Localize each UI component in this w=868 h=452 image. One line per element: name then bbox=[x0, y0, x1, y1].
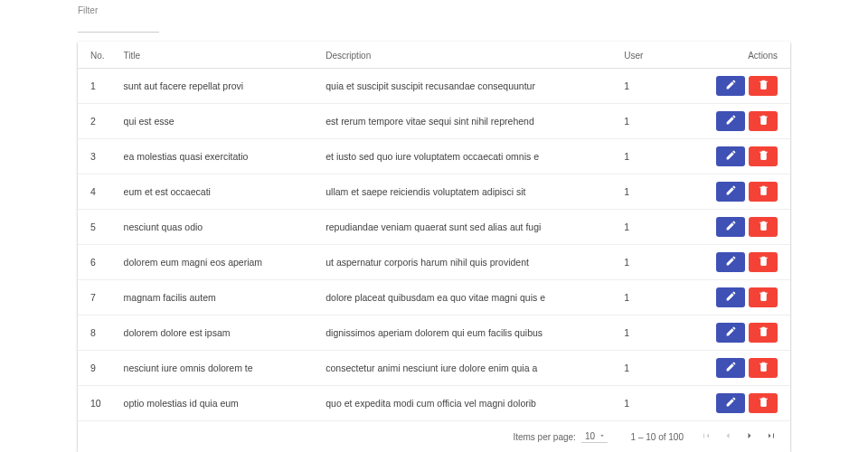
cell-no: 3 bbox=[78, 139, 117, 174]
prev-page-button[interactable] bbox=[718, 427, 738, 447]
cell-user: 1 bbox=[617, 315, 675, 351]
trash-icon bbox=[758, 79, 769, 93]
paginator-nav bbox=[696, 427, 781, 447]
edit-button[interactable] bbox=[716, 182, 745, 202]
chevron-left-icon bbox=[722, 430, 733, 444]
delete-button[interactable] bbox=[749, 323, 778, 343]
cell-title: nesciunt iure omnis dolorem te bbox=[117, 351, 319, 386]
filter-label: Filter bbox=[78, 5, 790, 15]
trash-icon bbox=[758, 325, 769, 340]
trash-icon bbox=[758, 149, 769, 164]
cell-user: 1 bbox=[617, 386, 675, 421]
cell-no: 10 bbox=[78, 386, 117, 421]
delete-button[interactable] bbox=[749, 287, 778, 307]
cell-no: 7 bbox=[78, 280, 117, 315]
last-page-icon bbox=[766, 430, 777, 444]
edit-button[interactable] bbox=[716, 111, 745, 131]
trash-icon bbox=[758, 184, 769, 199]
filter-input[interactable] bbox=[78, 17, 159, 33]
cell-desc: quo et expedita modi cum officia vel mag… bbox=[318, 386, 617, 421]
cell-actions bbox=[675, 245, 790, 280]
col-header-desc[interactable]: Description bbox=[318, 42, 617, 69]
trash-icon bbox=[758, 220, 769, 234]
cell-desc: ullam et saepe reiciendis voluptatem adi… bbox=[318, 174, 617, 210]
delete-button[interactable] bbox=[749, 111, 778, 131]
table-row: 4eum et est occaecatiullam et saepe reic… bbox=[78, 174, 790, 210]
edit-button[interactable] bbox=[716, 76, 745, 96]
delete-button[interactable] bbox=[749, 358, 778, 378]
filter-field: Filter bbox=[78, 5, 790, 33]
edit-button[interactable] bbox=[716, 393, 745, 413]
delete-button[interactable] bbox=[749, 76, 778, 96]
table-row: 9nesciunt iure omnis dolorem teconsectet… bbox=[78, 351, 790, 386]
cell-desc: quia et suscipit suscipit recusandae con… bbox=[318, 69, 617, 104]
table-row: 1sunt aut facere repellat proviquia et s… bbox=[78, 69, 790, 104]
cell-title: ea molestias quasi exercitatio bbox=[117, 139, 319, 174]
pencil-icon bbox=[725, 184, 737, 199]
pencil-icon bbox=[725, 396, 737, 410]
last-page-button[interactable] bbox=[761, 427, 781, 447]
first-page-icon bbox=[701, 430, 712, 444]
delete-button[interactable] bbox=[749, 182, 778, 202]
delete-button[interactable] bbox=[749, 146, 778, 166]
page-size-value: 10 bbox=[585, 431, 595, 441]
cell-title: qui est esse bbox=[117, 104, 319, 139]
edit-button[interactable] bbox=[716, 146, 745, 166]
cell-no: 5 bbox=[78, 210, 117, 245]
pencil-icon bbox=[725, 325, 737, 340]
next-page-button[interactable] bbox=[740, 427, 760, 447]
cell-desc: consectetur animi nesciunt iure dolore e… bbox=[318, 351, 617, 386]
data-table-card: No. Title Description User Actions 1sunt… bbox=[78, 42, 790, 452]
cell-actions bbox=[675, 315, 790, 351]
cell-desc: dolore placeat quibusdam ea quo vitae ma… bbox=[318, 280, 617, 315]
cell-actions bbox=[675, 69, 790, 104]
cell-user: 1 bbox=[617, 245, 675, 280]
data-table: No. Title Description User Actions 1sunt… bbox=[78, 42, 790, 421]
col-header-title[interactable]: Title bbox=[117, 42, 319, 69]
page-size-select[interactable]: 10 bbox=[581, 431, 608, 443]
cell-user: 1 bbox=[617, 139, 675, 174]
cell-no: 9 bbox=[78, 351, 117, 386]
pencil-icon bbox=[725, 79, 737, 93]
table-row: 10optio molestias id quia eumquo et expe… bbox=[78, 386, 790, 421]
delete-button[interactable] bbox=[749, 217, 778, 237]
cell-title: dolorem eum magni eos aperiam bbox=[117, 245, 319, 280]
cell-title: nesciunt quas odio bbox=[117, 210, 319, 245]
delete-button[interactable] bbox=[749, 252, 778, 272]
cell-user: 1 bbox=[617, 351, 675, 386]
edit-button[interactable] bbox=[716, 287, 745, 307]
paginator-range: 1 – 10 of 100 bbox=[620, 432, 684, 442]
cell-actions bbox=[675, 174, 790, 210]
pencil-icon bbox=[725, 255, 737, 269]
cell-user: 1 bbox=[617, 69, 675, 104]
table-row: 6dolorem eum magni eos aperiamut asperna… bbox=[78, 245, 790, 280]
edit-button[interactable] bbox=[716, 217, 745, 237]
cell-no: 6 bbox=[78, 245, 117, 280]
trash-icon bbox=[758, 361, 769, 375]
edit-button[interactable] bbox=[716, 358, 745, 378]
table-row: 7magnam facilis autemdolore placeat quib… bbox=[78, 280, 790, 315]
pencil-icon bbox=[725, 220, 737, 234]
col-header-no[interactable]: No. bbox=[78, 42, 117, 69]
cell-no: 8 bbox=[78, 315, 117, 351]
delete-button[interactable] bbox=[749, 393, 778, 413]
cell-actions bbox=[675, 386, 790, 421]
first-page-button[interactable] bbox=[696, 427, 716, 447]
cell-actions bbox=[675, 351, 790, 386]
trash-icon bbox=[758, 396, 769, 410]
col-header-actions: Actions bbox=[675, 42, 790, 69]
cell-no: 2 bbox=[78, 104, 117, 139]
cell-title: magnam facilis autem bbox=[117, 280, 319, 315]
cell-title: sunt aut facere repellat provi bbox=[117, 69, 319, 104]
trash-icon bbox=[758, 114, 769, 128]
edit-button[interactable] bbox=[716, 323, 745, 343]
cell-actions bbox=[675, 210, 790, 245]
edit-button[interactable] bbox=[716, 252, 745, 272]
cell-desc: repudiandae veniam quaerat sunt sed alia… bbox=[318, 210, 617, 245]
col-header-user[interactable]: User bbox=[617, 42, 675, 69]
cell-user: 1 bbox=[617, 210, 675, 245]
cell-desc: et iusto sed quo iure voluptatem occaeca… bbox=[318, 139, 617, 174]
cell-actions bbox=[675, 280, 790, 315]
table-row: 2qui est esseest rerum tempore vitae seq… bbox=[78, 104, 790, 139]
cell-desc: ut aspernatur corporis harum nihil quis … bbox=[318, 245, 617, 280]
